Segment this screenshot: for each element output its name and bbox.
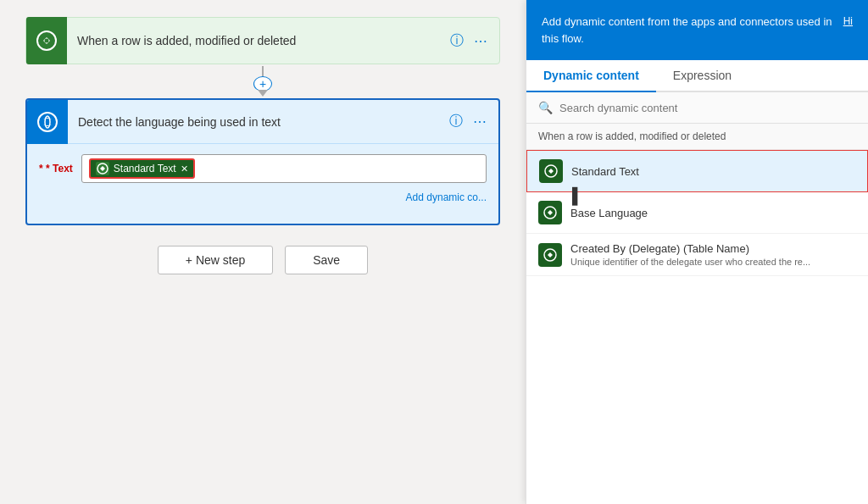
trigger-card: When a row is added, modified or deleted… [25, 17, 500, 64]
add-dynamic-row: Add dynamic co... [39, 188, 487, 207]
action-help-icon[interactable]: ⓘ [449, 113, 463, 130]
action-card-body: * Text Standard Text ✕ A [27, 144, 498, 224]
trigger-actions: ⓘ ⋯ [450, 32, 499, 50]
tag-close-button[interactable]: ✕ [181, 163, 188, 174]
standard-text-item-icon [543, 163, 559, 179]
text-field-label: * Text [39, 163, 73, 174]
panel-hide-button[interactable]: Hi [843, 14, 853, 29]
add-dynamic-link[interactable]: Add dynamic co... [406, 188, 487, 207]
tab-dynamic-content[interactable]: Dynamic content [526, 60, 656, 92]
search-dynamic-content-input[interactable] [559, 102, 856, 114]
connector-line-top [262, 66, 264, 76]
language-detection-icon [36, 111, 58, 133]
dynamic-content-panel: Add dynamic content from the apps and co… [526, 0, 868, 504]
trigger-icon-bg [26, 17, 67, 64]
created-by-subtitle: Unique identifier of the delegate user w… [570, 257, 856, 267]
connector-1: + [25, 66, 500, 97]
search-icon: 🔍 [538, 101, 553, 114]
tag-dynamic-icon [96, 162, 109, 175]
panel-item-standard-text[interactable]: Standard Text [526, 150, 868, 192]
svg-point-1 [45, 39, 49, 43]
action-buttons-row: + New step Save [25, 246, 500, 274]
panel-header-text: Add dynamic content from the apps and co… [542, 14, 835, 47]
panel-item-created-by-delegate[interactable]: Created By (Delegate) (Table Name) Uniqu… [526, 234, 868, 276]
standard-text-content: Standard Text [571, 165, 855, 178]
standard-text-tag[interactable]: Standard Text ✕ [89, 158, 195, 179]
new-step-button[interactable]: + New step [158, 246, 273, 274]
standard-text-icon-bg [539, 159, 563, 183]
created-by-item-icon [542, 247, 558, 263]
text-field-row: * Text Standard Text ✕ [39, 154, 487, 183]
action-card-header: Detect the language being used in text ⓘ… [27, 100, 498, 144]
action-icon-bg [27, 100, 68, 144]
tab-expression[interactable]: Expression [656, 60, 748, 92]
panel-search-bar: 🔍 [526, 92, 868, 124]
text-input-field[interactable]: Standard Text ✕ [81, 154, 487, 183]
action-more-icon[interactable]: ⋯ [473, 114, 487, 130]
base-language-content: Base Language [570, 207, 856, 219]
main-canvas: When a row is added, modified or deleted… [0, 0, 526, 504]
created-by-title: Created By (Delegate) (Table Name) [570, 242, 856, 255]
base-language-item-icon [542, 205, 558, 220]
base-language-icon-bg [538, 201, 562, 224]
tag-icon [96, 162, 109, 175]
action-title: Detect the language being used in text [68, 115, 449, 129]
trigger-more-icon[interactable]: ⋯ [474, 33, 487, 49]
save-button[interactable]: Save [285, 246, 368, 274]
trigger-help-icon[interactable]: ⓘ [450, 32, 464, 50]
action-actions: ⓘ ⋯ [449, 113, 498, 130]
created-by-content: Created By (Delegate) (Table Name) Uniqu… [570, 242, 856, 267]
base-language-title: Base Language [570, 207, 856, 219]
cursor-icon: ▌ [572, 187, 583, 205]
created-by-icon-bg [538, 243, 562, 267]
dataverse-trigger-icon [36, 30, 58, 52]
standard-text-title: Standard Text [571, 165, 855, 178]
connector-arrow [258, 90, 268, 97]
action-card: Detect the language being used in text ⓘ… [25, 98, 500, 225]
panel-section-label: When a row is added, modified or deleted [526, 124, 868, 150]
panel-header: Add dynamic content from the apps and co… [526, 0, 868, 60]
tag-label: Standard Text [114, 163, 176, 174]
panel-tabs: Dynamic content Expression [526, 60, 868, 92]
trigger-title: When a row is added, modified or deleted [67, 34, 450, 47]
